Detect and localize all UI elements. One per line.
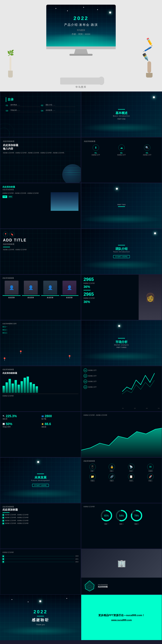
row-7: 此处添加副标题 此处添加副标题 此处输入正文内容 [0,366,162,412]
future-chapter-title: 未来发展 [31,476,50,480]
ch2-part: PART TWO [117,204,126,206]
row-last: 2022 感谢聆听 Thank you 更多精品PPT资源尽在—suca999.… [0,594,162,640]
stat-num2: 2965 [83,292,136,296]
add-title-body: 此处输入正文内容，此处输入正文内容 [3,249,78,250]
slide-add-title: 📍 🔖 ADD TITLE 此处添加副标题 此处输入正文内容，此处输入正文内容 [0,229,81,274]
svg-text:79%: 79% [134,514,139,517]
market-chapter-sub: Market analysis [114,344,129,346]
slide-thanks: 2022 感谢聆听 Thank you [0,594,81,640]
feature-text-3: 此处输入文字 [135,154,159,156]
svg-text:54%: 54% [119,514,124,517]
slide-map: 📍 📍 📍 此处添加地图标注说明 标注一 标注二 标注三 [0,320,81,366]
map-pin1: 📍 [2,357,6,361]
chapter1-part: PART ONE [113,118,130,120]
slide-future-chapter: 未来发展 Future development START HERE [0,457,81,503]
stats-left: 2965 此处输入正文内容 36% 2965 此处输入正文内容 36% [81,275,139,320]
svg-marker-13 [85,581,94,591]
kpi-item-2: 👥 2800 客户数 [41,414,79,420]
city-photo [51,192,79,211]
slide-stats: 2965 此处输入正文内容 36% 2965 此处输入正文内容 36% 👩 [81,274,162,320]
row-2: 此处添加副标题 此处添加标题输入内容 此处输入正文内容，此处输入正文内容，此处输… [0,137,162,183]
row-6: 📍 📍 📍 此处添加地图标注说明 标注一 标注二 标注三 市场分析 Market… [0,320,162,366]
cover-author: 作者： 时间：XXXX [72,33,90,36]
future-chapter-btn[interactable]: START HERE [32,484,49,487]
thanks-year: 2022 [32,609,49,614]
thanks-sub: Thank you [32,624,49,626]
overview-heading: 此处添加标题输入内容 [3,144,78,150]
market-part: PART THREE [114,346,129,348]
line-chart-area: 01 02 03 04 [122,368,160,409]
map-item1: 标注一 [2,326,79,328]
feature-item-1: ⬇ 01. 此处输入文字 [84,144,108,156]
icon-grid-label: 此处添加副标题 [83,460,160,462]
add-title-sub: 此处添加副标题 [3,243,78,246]
chapter1-title: 基本概述 [113,111,130,115]
circle-body: 此处输入正文内容 [83,506,160,508]
cover-slide: 🌿 2022 产品介绍·发布会·路演 华鸟图库 作者： 时间：XXXX [0,0,162,92]
bar-chart-body: 此处输入正文内容 [2,376,79,397]
team-label: 此处添加副标题 [2,277,79,279]
team-chapter-sub: Team introduction [113,251,130,252]
promo-url: www.suca999.com [111,619,132,622]
feature-num-1: 01. [84,152,108,154]
slide-team-chapter: 团队介绍 Team introduction START HERE [81,229,162,274]
team-member-1: 👤 姓名职务 [2,281,21,299]
feature-num-3: 03. [135,152,159,154]
slide-team-members: 此处添加副标题 👤 姓名职务 👤 姓名职务 👤 [0,274,81,320]
list-item-2: 此处输入正文内容，此处输入正文内容 [2,516,79,518]
slide-city: 此处添加标题 此处添加副标题 此处输入正文内容，此处输入正文内容，此处输入正文内… [0,183,81,229]
thanks-text: 感谢聆听 [32,618,49,623]
chart-item-1: 01 此处输入文字 [83,368,121,372]
feature-text-1: 此处输入文字 [84,154,108,156]
slide-kpi: 🔍 225.3% 增长率 👥 2800 客户数 📊 50% 市场占有率 [0,412,81,457]
meeting-label: 此处添加副标题 此处添加标题 [98,584,108,588]
text-list-header: 此处添加副标题 此处添加标题 [2,506,79,513]
overview-sublabel: 此处添加副标题 [3,140,78,142]
add-title-text: ADD TITLE [3,238,78,242]
city-body: 此处输入正文内容，此处输入正文内容，此处输入正文内容 [2,192,49,194]
circle-chart-row: 65% 指标一 54% 指标二 79% 指标三 [83,509,160,525]
cover-subtitle: 华鸟图库 [77,29,85,32]
toc-item-4: 04 未来发展…… [41,109,75,112]
features-label: 此处添加副标题 [84,140,159,142]
slide-chapter2-indicator: PART TWO [81,183,162,229]
icon-item-7: 📋 功能七 [122,473,140,482]
map-pin3: 📍 [68,355,72,359]
bar-chart-heading: 此处添加副标题 [2,372,79,375]
svg-marker-0 [81,428,162,457]
feature-item-3: 🔍 03. 此处输入文字 [135,144,159,156]
row-11: 此处输入正文内容 2020 2021 2022 🏢 [0,549,162,594]
kpi-item-4: ⭐ 88.6 满意度 [41,422,79,428]
slide-bar-chart: 此处添加副标题 此处添加副标题 此处输入正文内容 [0,366,81,412]
text-list-items: 此处输入正文内容，此处输入正文内容 此处输入正文内容，此处输入正文内容 此处输入… [2,514,79,524]
numbered-items: 01 此处输入文字 02 此处输入文字 03 此处输入文字 04 此处输入文字 [83,368,121,409]
slide-promo: 更多精品PPT资源尽在—suca999.com！ www.suca999.com [81,594,162,640]
row-4: 📍 🔖 ADD TITLE 此处添加副标题 此处输入正文内容，此处输入正文内容 … [0,229,162,274]
icon-item-3: 📡 功能三 [122,464,140,472]
team-chapter-btn[interactable]: START HERE [113,255,130,258]
icon-item-4: ✉ 功能四 [142,464,160,472]
monitor-screen: 2022 产品介绍·发布会·路演 华鸟图库 作者： 时间：XXXX [46,5,116,46]
content-body: 此处输入正文内容 [2,551,79,553]
chart-item-2: 02 此处输入文字 [83,374,121,378]
circle-chart-3: 79% 指标三 [130,509,143,525]
row-9: 未来发展 Future development START HERE 此处添加副… [0,457,162,503]
chart-item-3: 03 此处输入文字 [83,380,121,383]
slide-icon-grid: 此处添加副标题 📱 功能一 🔒 功能二 📡 功能三 ✉ 功能四 📁 功能五 [81,457,162,503]
map-pin2: 📍 [19,350,23,354]
area-chart-body: 此处输入正文内容，此处输入正文内容 [83,414,160,416]
row-5: 此处添加副标题 👤 姓名职务 👤 姓名职务 👤 [0,274,162,320]
stat-num1: 2965 [83,277,136,282]
svg-text:65%: 65% [104,514,109,517]
icon-item-8: 🚀 功能八 [142,473,160,482]
slide-meeting: 🏢 此处添加副标题 此处添加标题 [81,549,162,594]
market-chapter-title: 市场分析 [114,340,129,344]
slide-toc: 目录 01 基本构述…… 02 团队介绍…… 03 市场分析…… 04 未来发展… [0,92,81,137]
slide-content-text: 此处输入正文内容 2020 2021 2022 [0,549,81,594]
team-member-3: 👤 姓名职务 [41,281,59,299]
list-item-1: 此处输入正文内容，此处输入正文内容 [2,514,79,516]
stat-pct2: 36% [83,300,136,304]
row-3: 此处添加标题 此处添加副标题 此处输入正文内容，此处输入正文内容，此处输入正文内… [0,183,162,229]
feature-item-2: ☁ 02. 此处输入文字 [110,144,134,156]
promo-text: 更多精品PPT资源尽在—suca999.com！ [96,614,147,617]
